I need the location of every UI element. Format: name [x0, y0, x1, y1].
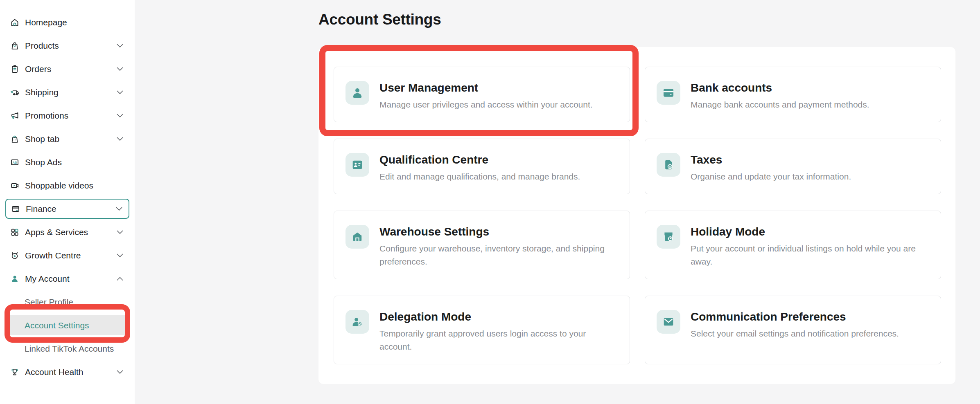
card-title: Bank accounts	[691, 81, 869, 95]
storefront-clock-icon	[657, 225, 680, 249]
chevron-up-icon	[116, 275, 124, 283]
sidebar-item-shop-tab[interactable]: Shop tab	[5, 129, 129, 149]
page-title: Account Settings	[318, 11, 955, 28]
sidebar-item-shoppable-videos[interactable]: Shoppable videos	[5, 175, 129, 195]
card-description: Temporarily grant approved users login a…	[379, 327, 618, 353]
sidebar-item-label: Shipping	[25, 88, 111, 97]
main-content: Account Settings User Management Manage …	[318, 0, 955, 28]
card-description: Manage bank accounts and payment methods…	[691, 98, 869, 111]
sidebar-item-shop-ads[interactable]: AD Shop Ads	[5, 152, 129, 172]
sidebar-item-label: Promotions	[25, 111, 111, 121]
chevron-down-icon	[116, 112, 124, 119]
tax-document-icon: %	[657, 153, 680, 177]
warehouse-icon	[345, 225, 369, 249]
video-camera-icon	[10, 181, 20, 191]
card-title: Taxes	[691, 153, 851, 167]
card-taxes[interactable]: % Taxes Organise and update your tax inf…	[645, 139, 941, 194]
card-title: Communication Preferences	[691, 310, 899, 324]
trophy-icon	[10, 367, 20, 377]
card-text: Communication Preferences Select your em…	[691, 310, 899, 340]
card-title: User Management	[379, 81, 593, 95]
settings-panel: User Management Manage user privileges a…	[318, 47, 955, 384]
sidebar-item-label: My Account	[25, 274, 111, 284]
megaphone-icon	[10, 111, 20, 121]
sidebar-item-orders[interactable]: Orders	[5, 59, 129, 79]
truck-icon	[10, 88, 20, 97]
chevron-down-icon	[116, 252, 124, 259]
chevron-down-icon	[116, 65, 124, 73]
card-text: User Management Manage user privileges a…	[379, 81, 593, 111]
card-description: Edit and manage qualifications, and mana…	[379, 170, 580, 183]
card-warehouse-settings[interactable]: Warehouse Settings Configure your wareho…	[334, 211, 630, 279]
sidebar-item-label: Growth Centre	[25, 251, 111, 260]
card-delegation-mode[interactable]: Delegation Mode Temporarily grant approv…	[334, 296, 630, 364]
card-bank-accounts[interactable]: Bank accounts Manage bank accounts and p…	[645, 67, 941, 122]
home-icon	[10, 18, 20, 27]
card-description: Manage user privileges and access within…	[379, 98, 593, 111]
chevron-down-icon	[116, 135, 124, 143]
sidebar-item-label: Finance	[26, 204, 110, 214]
sidebar-item-label: Shoppable videos	[25, 181, 124, 191]
sidebar-item-finance[interactable]: Finance	[5, 199, 129, 219]
card-text: Taxes Organise and update your tax infor…	[691, 153, 851, 183]
sidebar-item-products[interactable]: Products	[5, 36, 129, 56]
bag-smile-icon	[10, 41, 20, 51]
card-holiday-mode[interactable]: Holiday Mode Put your account or individ…	[645, 211, 941, 279]
sidebar: Homepage Products Orders	[0, 0, 135, 404]
chevron-down-icon	[116, 89, 124, 96]
card-description: Organise and update your tax information…	[691, 170, 851, 183]
svg-text:AD: AD	[12, 161, 17, 164]
sidebar-item-linked-tiktok-accounts[interactable]: Linked TikTok Accounts	[5, 339, 129, 359]
card-title: Warehouse Settings	[379, 225, 618, 239]
sidebar-item-label: Seller Profile	[25, 297, 73, 307]
sidebar-item-label: Products	[25, 41, 111, 51]
card-title: Qualification Centre	[379, 153, 580, 167]
card-text: Delegation Mode Temporarily grant approv…	[379, 310, 618, 353]
sidebar-item-seller-profile[interactable]: Seller Profile	[5, 292, 129, 312]
chevron-down-icon	[115, 205, 123, 213]
sidebar-item-apps-services[interactable]: Apps & Services	[5, 222, 129, 242]
chevron-down-icon	[116, 368, 124, 376]
sidebar-item-label: Apps & Services	[25, 227, 111, 237]
chevron-down-icon	[116, 42, 124, 49]
person-check-icon	[345, 310, 369, 334]
sidebar-item-account-health[interactable]: Account Health	[5, 362, 129, 382]
credit-card-icon	[11, 204, 20, 214]
sidebar-item-account-settings[interactable]: Account Settings	[5, 315, 129, 335]
shop-bag-icon	[10, 134, 20, 144]
svg-text:%: %	[669, 165, 671, 168]
sidebar-item-label: Account Health	[25, 367, 111, 377]
card-text: Qualification Centre Edit and manage qua…	[379, 153, 580, 183]
clipboard-icon	[10, 64, 20, 74]
sidebar-item-my-account[interactable]: My Account	[5, 269, 129, 289]
card-communication-preferences[interactable]: Communication Preferences Select your em…	[645, 296, 941, 364]
sidebar-item-label: Orders	[25, 64, 111, 74]
sidebar-item-shipping[interactable]: Shipping	[5, 82, 129, 102]
apps-grid-icon	[10, 227, 20, 237]
card-title: Holiday Mode	[691, 225, 929, 239]
sidebar-item-label: Account Settings	[25, 321, 89, 330]
ad-badge-icon: AD	[10, 157, 20, 167]
chevron-down-icon	[116, 229, 124, 236]
sidebar-item-homepage[interactable]: Homepage	[5, 12, 129, 32]
envelope-icon	[657, 310, 680, 334]
medal-icon	[10, 251, 20, 260]
bank-card-icon	[657, 81, 680, 105]
card-text: Holiday Mode Put your account or individ…	[691, 225, 929, 268]
card-description: Put your account or individual listings …	[691, 242, 929, 268]
card-qualification-centre[interactable]: Qualification Centre Edit and manage qua…	[334, 139, 630, 194]
card-title: Delegation Mode	[379, 310, 618, 324]
card-user-management[interactable]: User Management Manage user privileges a…	[334, 67, 630, 122]
card-text: Warehouse Settings Configure your wareho…	[379, 225, 618, 268]
sidebar-item-label: Homepage	[25, 18, 124, 27]
user-icon	[345, 81, 369, 105]
card-description: Select your email settings and notificat…	[691, 327, 899, 340]
sidebar-item-label: Linked TikTok Accounts	[25, 344, 114, 354]
id-card-icon	[345, 153, 369, 177]
card-description: Configure your warehouse, inventory stor…	[379, 242, 618, 268]
person-icon	[10, 274, 20, 284]
sidebar-item-label: Shop tab	[25, 134, 111, 144]
settings-cards-grid: User Management Manage user privileges a…	[334, 67, 941, 364]
sidebar-item-promotions[interactable]: Promotions	[5, 105, 129, 126]
sidebar-item-growth-centre[interactable]: Growth Centre	[5, 245, 129, 265]
